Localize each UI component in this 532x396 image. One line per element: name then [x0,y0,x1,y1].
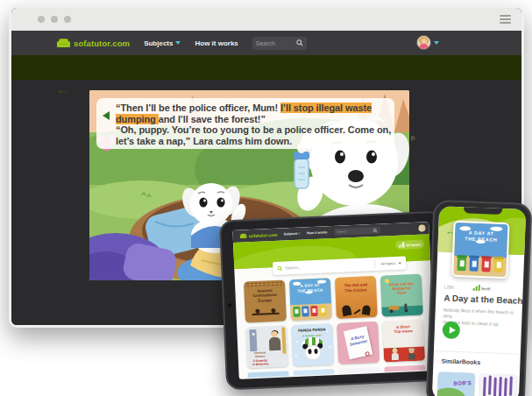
partial-book-cover [293,369,334,376]
logo-text[interactable]: sofatutor.com [249,232,278,238]
play-icon [450,326,456,333]
book-title: A Day at the Beach [443,293,523,305]
couch-icon [57,39,70,48]
similar-book-title: BOB’S [454,380,472,386]
back-arrow-icon[interactable]: ← [445,225,455,236]
chevron-down-icon [434,41,439,45]
site-navbar: sofatutor.com Subjects How it works [11,31,521,55]
search-field[interactable] [256,40,296,46]
tablet-screen: sofatutor.com Subjects How it works Sear… [232,222,435,379]
book-cover-ant-and-cricket[interactable]: The Ant andThe Cricket [335,276,378,319]
play-button[interactable] [442,321,460,339]
browser-titlebar [11,8,521,31]
highlighted-text: dumping [116,114,159,124]
book-cover-anup-wonderful-oven[interactable]: Anup and theWonderfulOven [380,274,423,317]
nav-item-how-it-works[interactable]: How it works [195,39,238,47]
book-cover-day-at-the-beach[interactable]: A DAY ATTHE BEACH [451,221,509,279]
highlighted-text: I’ll stop illegal waste [280,103,372,113]
levels-icon [399,243,404,248]
book-grid: AncientCivilisationsEurope A DAY ATTHE B… [244,274,427,378]
window-control-dots[interactable] [38,16,71,23]
back-arrow-icon[interactable]: ← [56,81,69,96]
marketing-screenshot: sofatutor.com Subjects How it works [0,0,532,396]
book-cover-busy-semester[interactable]: A BusySemester [337,322,379,364]
chevron-down-icon [398,262,401,264]
book-cover-scandal-in-bohemia[interactable]: SherlockHolmes A Scandalin Bohemia [245,325,288,368]
story-text-card: “Then I’ll be the police officer, Mum! I… [96,98,394,149]
chevron-down-icon [299,233,301,235]
similar-books-heading: SimilarBooks [441,357,480,365]
book-cover-ancient-civilisations[interactable]: AncientCivilisationsEurope [244,279,287,322]
hamburger-menu-icon[interactable] [500,15,511,24]
phone-mockup: ← A DAY ATTHE BEACH L290 level A Day [426,200,532,396]
all-levels-button[interactable]: All levels [395,239,425,249]
avatar[interactable] [418,224,425,231]
cutoff-page-text: p. [411,134,416,140]
tablet-mockup: sofatutor.com Subjects How it works Sear… [219,211,449,391]
sofatutor-logo[interactable]: sofatutor.com [57,39,130,48]
nav-item-subjects[interactable]: Subjects [284,232,301,237]
story-text: “Then I’ll be the police officer, Mum! I… [116,103,387,146]
chevron-down-icon [175,41,181,45]
partial-book-cover [384,365,425,372]
window-dot[interactable] [38,16,45,23]
level-code: L290 [444,284,454,289]
window-dot[interactable] [64,16,71,23]
user-menu[interactable] [416,35,439,50]
search-icon [372,228,377,232]
search-input[interactable] [252,37,307,50]
divider [434,350,521,355]
level-label: level [481,286,491,291]
nav-item-subjects[interactable]: Subjects [144,39,181,47]
search-placeholder: Search... [285,265,301,271]
level-icon [473,285,480,291]
partial-book-cover [247,371,288,378]
tablet-book-grid-area: AncientCivilisationsEurope A DAY ATTHE B… [234,260,435,379]
logo-text: sofatutor.com [74,39,130,48]
book-cover-day-at-the-beach[interactable]: A DAY ATTHE BEACH [289,278,332,321]
similar-book-purple-trees[interactable] [479,373,517,396]
all-topics-dropdown[interactable]: All topics [374,259,401,268]
partial-book-cover [338,367,379,374]
dimmed-page-header [11,55,521,80]
search-input[interactable]: Search [334,227,379,236]
search-icon [277,265,282,271]
window-dot[interactable] [51,16,58,23]
avatar[interactable] [416,35,431,50]
level-meta-row: L290 level [444,283,515,292]
similar-books-row: BOB’S [437,371,517,396]
nav-item-how-it-works[interactable]: How it works [307,230,328,235]
similar-book-bobs[interactable]: BOB’S [437,371,475,396]
search-icon [296,39,303,46]
book-cover-panda-panda[interactable]: PANDA PANDA A RAINY DAY [291,323,334,366]
couch-icon [240,233,247,238]
phone-screen: ← A DAY ATTHE BEACH L290 level A Day [432,206,526,396]
tablet-camera [228,303,231,307]
book-cover-short-trip-home[interactable]: A ShortTrip Home [382,320,425,363]
previous-page-icon[interactable] [103,111,110,120]
